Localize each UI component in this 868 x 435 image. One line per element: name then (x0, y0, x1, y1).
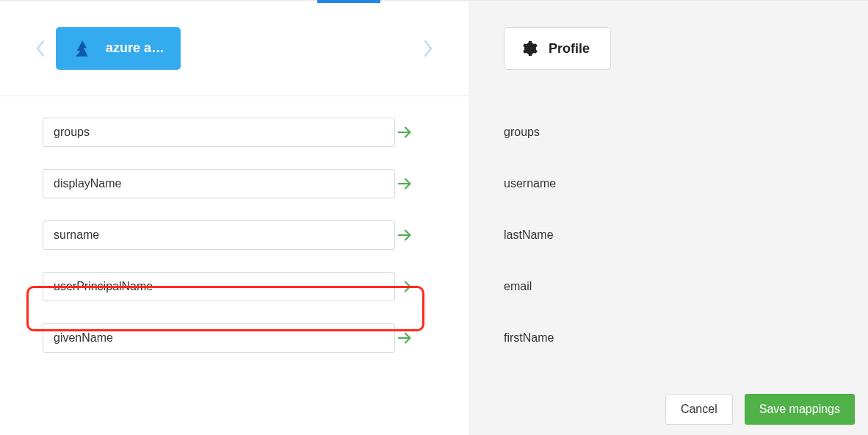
profile-button[interactable]: Profile (504, 27, 611, 70)
source-attribute-input[interactable] (43, 220, 395, 250)
mapping-row (43, 312, 433, 364)
mapping-row (43, 107, 433, 158)
arrow-right-icon (397, 278, 413, 295)
target-panel: Profile groups username lastName email f… (469, 1, 868, 435)
arrow-right-icon (397, 227, 413, 243)
target-row: username (504, 158, 833, 209)
azure-icon (72, 37, 94, 60)
target-row: groups (504, 107, 833, 158)
source-attribute-input[interactable] (43, 323, 395, 353)
chevron-left-icon[interactable] (35, 39, 46, 58)
arrow-right-icon (397, 330, 413, 346)
source-mappings-list (0, 96, 469, 364)
identity-provider-button[interactable]: azure a… (56, 27, 181, 70)
target-attribute-label: firstName (504, 331, 554, 345)
target-row: firstName (504, 312, 833, 364)
source-attribute-input[interactable] (43, 169, 395, 198)
mapping-row (43, 261, 433, 312)
footer-actions: Cancel Save mappings (665, 394, 855, 425)
gear-icon (521, 40, 538, 57)
target-mappings-list: groups username lastName email firstName (469, 96, 868, 364)
chevron-right-icon[interactable] (423, 39, 433, 58)
target-row: email (504, 261, 833, 312)
target-attribute-label: email (504, 280, 532, 293)
target-header: Profile (469, 1, 868, 96)
identity-provider-label: azure a… (106, 40, 164, 56)
mapping-row (43, 158, 433, 209)
mapping-row (43, 209, 433, 261)
source-attribute-input[interactable] (43, 118, 395, 147)
target-attribute-label: lastName (504, 229, 554, 242)
target-attribute-label: groups (504, 126, 540, 139)
arrow-right-icon (397, 124, 413, 140)
mapping-panel: azure a… (0, 0, 868, 435)
source-attribute-input[interactable] (43, 272, 395, 301)
arrow-right-icon (397, 176, 413, 192)
save-mappings-button[interactable]: Save mappings (745, 394, 855, 425)
target-attribute-label: username (504, 177, 556, 190)
cancel-button[interactable]: Cancel (665, 394, 733, 425)
source-header: azure a… (0, 1, 469, 96)
source-panel: azure a… (0, 1, 469, 435)
profile-label: Profile (549, 41, 590, 57)
target-row: lastName (504, 209, 833, 261)
